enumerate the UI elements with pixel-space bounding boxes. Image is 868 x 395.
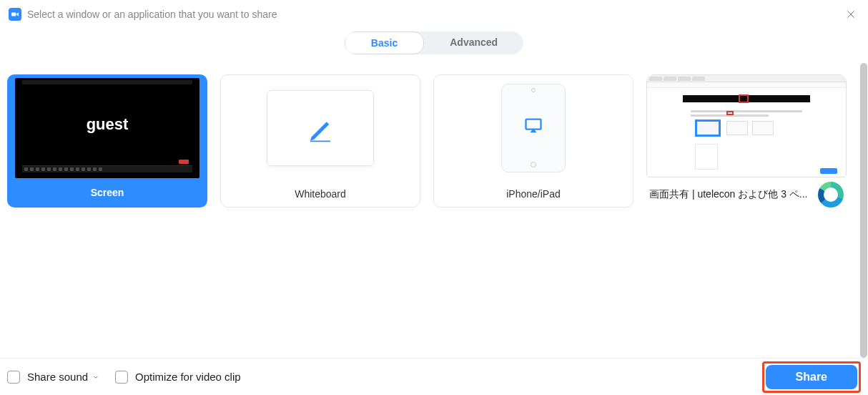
edge-browser-icon (818, 182, 844, 208)
dialog-footer: Share sound Optimize for video clip Shar… (0, 358, 868, 395)
content-scrollbar[interactable] (860, 63, 867, 358)
share-options-grid: guest Screen Whiteboard (0, 74, 868, 369)
close-icon (846, 9, 856, 19)
pen-icon (305, 113, 335, 143)
screen-thumb-text: guest (87, 115, 129, 134)
chevron-down-icon (92, 374, 99, 381)
share-sound-checkbox[interactable]: Share sound (7, 371, 99, 384)
tab-basic[interactable]: Basic (345, 31, 424, 54)
tab-bar: Basic Advanced (0, 31, 868, 54)
svg-rect-0 (11, 13, 16, 16)
optimize-video-checkbox[interactable]: Optimize for video clip (115, 371, 241, 384)
share-option-iphone-ipad[interactable]: iPhone/iPad (433, 74, 633, 208)
share-option-browser-window-label: 画面共有 | utelecon および他 3 ペ... (649, 188, 815, 201)
share-option-iphone-ipad-label: iPhone/iPad (434, 181, 633, 207)
airplay-icon (523, 116, 543, 136)
browser-window-thumbnail (646, 74, 847, 177)
screen-thumbnail: guest (9, 77, 205, 180)
close-button[interactable] (842, 6, 859, 23)
checkbox-icon (7, 371, 20, 384)
checkbox-icon (115, 371, 128, 384)
share-option-browser-window[interactable]: 画面共有 | utelecon および他 3 ペ... (646, 74, 847, 208)
tab-advanced[interactable]: Advanced (424, 31, 523, 54)
zoom-app-icon (9, 8, 21, 21)
share-option-screen[interactable]: guest Screen (7, 74, 207, 208)
iphone-ipad-thumbnail (434, 75, 633, 181)
share-option-whiteboard-label: Whiteboard (221, 181, 420, 207)
dialog-header: Select a window or an application that y… (0, 0, 868, 26)
whiteboard-thumbnail (221, 75, 420, 181)
share-sound-dropdown[interactable] (92, 371, 99, 384)
svg-rect-3 (310, 141, 330, 142)
share-button-highlight: Share (762, 361, 861, 393)
share-option-whiteboard[interactable]: Whiteboard (220, 74, 420, 208)
share-option-screen-label: Screen (9, 180, 205, 205)
share-button[interactable]: Share (766, 365, 857, 389)
optimize-video-label: Optimize for video clip (135, 371, 241, 383)
dialog-title: Select a window or an application that y… (27, 9, 842, 20)
svg-rect-4 (526, 120, 541, 130)
share-sound-label: Share sound (27, 371, 88, 383)
